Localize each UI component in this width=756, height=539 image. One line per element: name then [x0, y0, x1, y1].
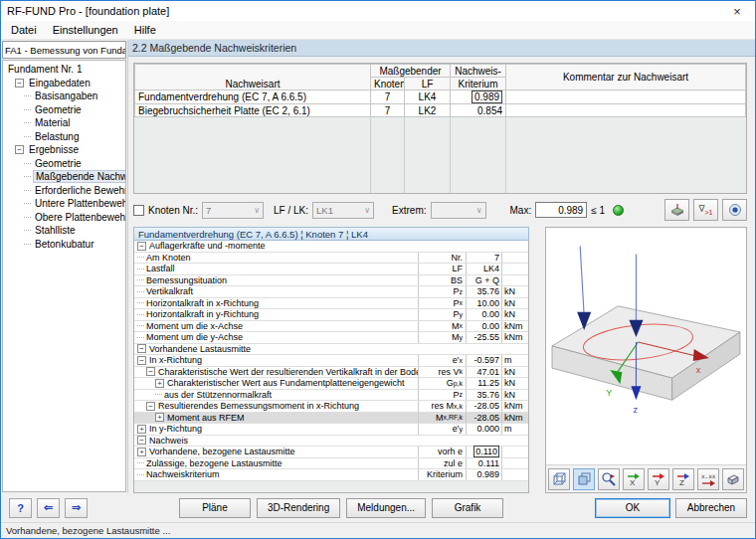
tree-item-label: Belastung: [33, 131, 81, 142]
tree-item[interactable]: Fundament Nr. 1: [3, 63, 125, 77]
tree-item[interactable]: Erforderliche Bewehrung: [3, 184, 125, 198]
tree-item[interactable]: Belastung: [3, 130, 125, 144]
view-x-button[interactable]: X: [623, 468, 645, 490]
tree-toggle-icon[interactable]: −: [146, 367, 155, 376]
wireframe-view-button[interactable]: [548, 468, 570, 490]
view-z-button[interactable]: Z: [672, 468, 694, 490]
result-diagram-button[interactable]: [664, 199, 689, 221]
detail-row[interactable]: +Charakteristischer Wert aus Fundamentpl…: [134, 378, 528, 390]
footer-button[interactable]: Pläne: [179, 498, 251, 518]
column-guide: [370, 116, 371, 193]
detail-row[interactable]: +Moment aus RFEMMx,RF,k-28.05kNm: [134, 413, 528, 425]
print-button[interactable]: [722, 468, 744, 490]
tree-item[interactable]: Material: [3, 116, 125, 130]
detail-row[interactable]: VertikalkraftPz35.76kN: [134, 286, 528, 298]
menu-item[interactable]: Einstellungen: [45, 22, 126, 38]
filter-bar: Knoten Nr.: 7 ∨ LF / LK: LK1 ∨ Extrem: ∨: [133, 194, 747, 222]
detail-row-value: 0.00: [467, 309, 502, 320]
ok-button[interactable]: OK: [595, 498, 670, 518]
tree-connector: [137, 302, 144, 303]
detail-row[interactable]: Horizontalkraft in x-RichtungPx10.00kN: [134, 298, 528, 310]
detail-row[interactable]: −Auflagerkräfte und -momente: [134, 241, 528, 253]
menu-item[interactable]: Hilfe: [126, 22, 164, 38]
max-value-field[interactable]: 0.989: [535, 202, 587, 218]
tree-connector: [137, 325, 144, 326]
detail-row[interactable]: +In y-Richtunge'y0.000m: [134, 424, 528, 436]
tree-item[interactable]: Basisangaben: [3, 90, 125, 103]
view-x-icon: X: [626, 471, 642, 487]
zoom-view-button[interactable]: [598, 468, 620, 490]
tree-toggle-icon[interactable]: +: [155, 413, 164, 422]
nav-back-button[interactable]: ⇐: [37, 498, 60, 518]
footer-button[interactable]: Grafik: [432, 498, 503, 518]
detail-row[interactable]: +Vorhandene, bezogene Lastausmittevorh e…: [134, 447, 528, 458]
tree-item[interactable]: Geometrie: [3, 157, 125, 171]
detail-row[interactable]: −Resultierendes Bemessungsmoment in x-Ri…: [134, 401, 528, 413]
show-values-button[interactable]: x.xx: [697, 468, 719, 490]
detail-row[interactable]: −Nachweis: [134, 436, 528, 448]
tree-toggle-icon[interactable]: −: [15, 145, 24, 154]
tree-item[interactable]: −Ergebnisse: [3, 143, 125, 157]
detail-row[interactable]: aus der StützennormalkraftPz35.76kN: [134, 390, 528, 402]
results-row[interactable]: Fundamentverdrehung (EC 7, A 6.6.5)7LK40…: [135, 90, 746, 104]
tree-toggle-icon[interactable]: +: [155, 379, 164, 388]
extrem-dropdown[interactable]: ∨: [431, 202, 486, 219]
nav-forward-button[interactable]: ⇒: [65, 498, 88, 518]
detail-row[interactable]: −In x-Richtunge'x-0.597m: [134, 355, 528, 367]
detail-row[interactable]: LastfallLFLK4: [134, 264, 528, 275]
col-kriterium-2: Kriterium: [451, 78, 506, 90]
filter-greater-one-button[interactable]: ∇>1: [693, 199, 718, 221]
detail-row-value: -0.597: [467, 355, 502, 366]
detail-row[interactable]: BemessungsituationBSG + Q: [134, 275, 528, 287]
detail-row[interactable]: Moment um die x-AchseMx0.00kNm: [134, 321, 528, 333]
results-row[interactable]: Biegebruchsicherheit Platte (EC 2, 6.1)7…: [135, 104, 746, 117]
sidebar: FA1 - Bemessung von Fundame ∨ Fundament …: [1, 40, 128, 493]
app-window: RF-FUND Pro - [foundation plate] × Datei…: [0, 0, 756, 539]
lflk-dropdown-value: LK1: [316, 205, 333, 216]
footer-button[interactable]: Meldungen...: [346, 498, 426, 518]
view-y-button[interactable]: Y: [648, 468, 669, 490]
svg-text:X: X: [630, 478, 636, 487]
detail-row[interactable]: Horizontalkraft in y-RichtungPy0.00kN: [134, 309, 528, 321]
tree-toggle-icon[interactable]: −: [137, 356, 146, 365]
tree-toggle-icon[interactable]: +: [137, 425, 146, 434]
knoten-dropdown[interactable]: 7 ∨: [202, 202, 264, 219]
tree-item[interactable]: Betonkubatur: [3, 238, 125, 252]
tree-item[interactable]: −Eingabedaten: [3, 77, 125, 90]
viewport-3d[interactable]: x Y z: [546, 228, 746, 464]
axis-z-arrow: [631, 386, 641, 400]
tree-toggle-icon[interactable]: −: [146, 402, 155, 411]
detail-row[interactable]: Moment um die y-AchseMy-25.55kNm: [134, 332, 528, 344]
tree-item[interactable]: Obere Plattenbewehrung: [3, 211, 125, 225]
knoten-checkbox[interactable]: [133, 205, 144, 216]
tree-toggle-icon[interactable]: −: [15, 79, 24, 88]
tree-toggle-icon[interactable]: −: [137, 242, 146, 251]
tree-item[interactable]: Geometrie: [3, 103, 125, 117]
solid-view-button[interactable]: [573, 468, 595, 490]
detail-header: Fundamentverdrehung (EC 7, A 6.6.5) ¦ Kn…: [133, 227, 529, 241]
tree-item[interactable]: Stahlliste: [3, 224, 125, 238]
tree-item[interactable]: Maßgebende Nachweise: [3, 170, 125, 184]
tree-toggle-icon[interactable]: −: [137, 344, 146, 353]
column-guide: [505, 116, 506, 193]
color-scale-button[interactable]: [722, 199, 747, 221]
right-panel: 2.2 Maßgebende Nachweiskriterien Nachwei…: [128, 40, 755, 493]
help-button[interactable]: ?: [9, 498, 32, 518]
close-icon[interactable]: ×: [719, 1, 755, 21]
detail-row[interactable]: −Vorhandene Lastausmitte: [134, 344, 528, 356]
detail-row-value: -28.05: [467, 413, 502, 424]
detail-row[interactable]: Zulässige, bezogene Lastausmittezul e0.1…: [134, 458, 528, 470]
lflk-dropdown[interactable]: LK1 ∨: [312, 202, 374, 219]
menu-item[interactable]: Datei: [3, 22, 45, 38]
cancel-button[interactable]: Abbrechen: [675, 498, 747, 518]
tree-toggle-icon[interactable]: −: [137, 436, 146, 445]
case-selector[interactable]: FA1 - Bemessung von Fundame ∨: [2, 41, 126, 59]
detail-row[interactable]: −Charakteristische Wert der resultierend…: [134, 367, 528, 379]
tree-toggle-icon[interactable]: +: [137, 448, 146, 456]
cell-kommentar: [506, 90, 746, 104]
col-nachweisart: Nachweisart: [135, 65, 371, 90]
footer-button[interactable]: 3D-Rendering: [257, 498, 340, 518]
detail-row[interactable]: NachweiskriteriumKriterium0.989: [134, 469, 528, 481]
detail-row[interactable]: Am KnotenNr.7: [134, 253, 528, 265]
tree-item[interactable]: Untere Plattenbewehrung: [3, 197, 125, 211]
